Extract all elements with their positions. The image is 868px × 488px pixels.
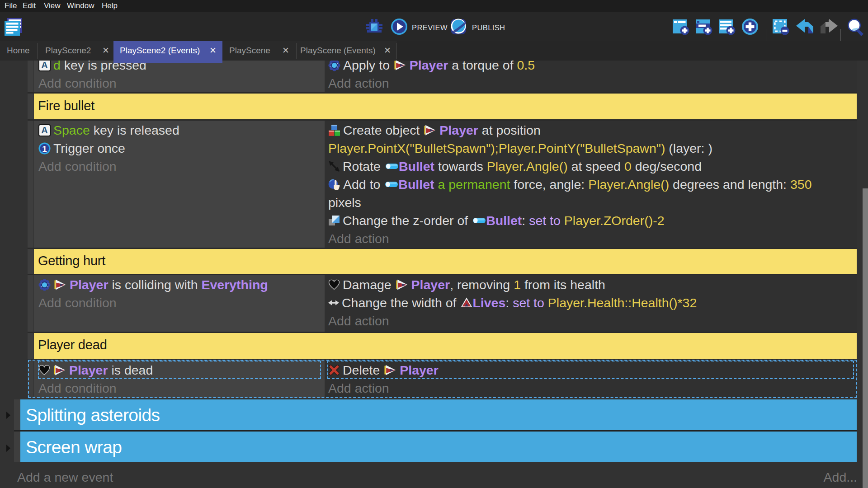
svg-text:1: 1 [42,144,47,153]
